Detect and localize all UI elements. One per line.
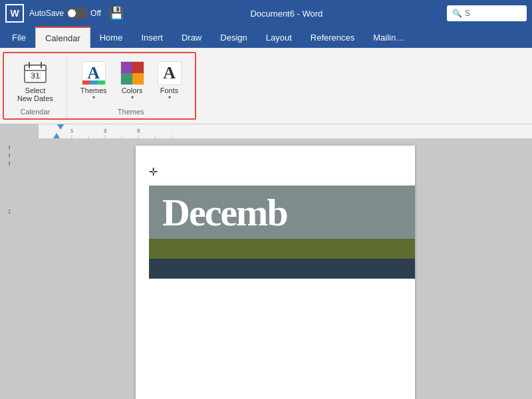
tab-draw[interactable]: Draw — [172, 27, 211, 48]
move-cursor-icon[interactable]: ✛ — [149, 166, 158, 178]
tab-file[interactable]: File — [3, 27, 35, 48]
select-new-dates-button[interactable]: 31 SelectNew Dates — [12, 59, 59, 105]
calendar-month-header: Decemb — [149, 186, 415, 239]
themes-group-label: Themes — [118, 105, 144, 116]
horizontal-ruler: 1 2 3 — [19, 124, 532, 139]
calendar-icon: 31 — [23, 61, 47, 85]
calendar-ribbon-group: 31 SelectNew Dates Calendar — [4, 53, 66, 118]
svg-rect-1 — [25, 65, 46, 70]
colors-swatch-icon — [120, 61, 144, 85]
fonts-label: Fonts — [160, 86, 179, 94]
margin-mark-2 — [9, 154, 10, 158]
tab-home[interactable]: Home — [90, 27, 132, 48]
save-icon[interactable]: 💾 — [109, 6, 124, 21]
tab-design[interactable]: Design — [211, 27, 256, 48]
calendar-dark-bar — [149, 259, 415, 279]
fonts-arrow-icon: ▾ — [168, 94, 171, 100]
calendar-content-block: Decemb — [149, 186, 415, 279]
search-icon: 🔍 — [452, 9, 462, 18]
document-page: ✛ Decemb — [136, 146, 415, 399]
calendar-green-bar — [149, 239, 415, 259]
svg-text:31: 31 — [31, 71, 40, 80]
document-area: 1 1 2 3 — [0, 124, 532, 399]
calendar-group-label: Calendar — [21, 105, 51, 116]
ruler-corner — [19, 124, 39, 138]
themes-label: Themes — [80, 86, 107, 94]
tab-calendar[interactable]: Calendar — [35, 27, 90, 48]
left-margin: 1 — [0, 124, 19, 399]
themes-group-items: A Themes ▾ Colors ▾ — [75, 56, 187, 105]
december-text: Decemb — [162, 190, 287, 235]
themes-button[interactable]: A Themes ▾ — [75, 59, 112, 103]
svg-text:3: 3 — [137, 128, 140, 134]
colors-icon — [120, 61, 144, 85]
word-logo: W — [5, 4, 24, 23]
fonts-button[interactable]: A Fonts ▾ — [152, 59, 187, 103]
themes-a-icon: A — [82, 61, 106, 85]
margin-marks: 1 — [7, 144, 11, 215]
colors-arrow-icon: ▾ — [131, 94, 134, 100]
margin-mark-3 — [9, 162, 10, 166]
tab-mailings[interactable]: Mailin… — [364, 27, 414, 48]
ruler-body: 1 2 3 — [39, 124, 532, 138]
themes-icon: A — [82, 61, 106, 85]
vertical-ruler-number: 1 — [7, 208, 11, 215]
highlighted-ribbon-section: 31 SelectNew Dates Calendar — [3, 52, 196, 120]
fonts-icon: A — [158, 61, 182, 85]
toggle-thumb — [68, 9, 76, 17]
search-box[interactable]: 🔍 S — [447, 5, 527, 21]
title-bar: W AutoSave Off 💾 Document6 - Word 🔍 S — [0, 0, 532, 27]
calendar-group-items: 31 SelectNew Dates — [12, 56, 59, 105]
autosave-area: AutoSave Off — [29, 8, 101, 19]
search-label: S — [465, 9, 470, 18]
themes-arrow-icon: ▾ — [92, 94, 95, 100]
doc-wrapper: 1 2 3 ✛ — [19, 124, 532, 399]
autosave-label: AutoSave — [29, 9, 64, 18]
tab-insert[interactable]: Insert — [132, 27, 172, 48]
themes-ribbon-group: A Themes ▾ Colors ▾ — [66, 53, 195, 118]
ruler-ticks-svg: 1 2 3 — [39, 124, 532, 139]
select-new-dates-label: SelectNew Dates — [17, 86, 53, 102]
tab-layout[interactable]: Layout — [257, 27, 301, 48]
svg-text:1: 1 — [70, 128, 74, 134]
margin-mark-1 — [9, 146, 10, 150]
svg-text:2: 2 — [104, 128, 107, 134]
colors-button[interactable]: Colors ▾ — [115, 59, 150, 103]
colors-label: Colors — [122, 86, 143, 94]
tab-references[interactable]: References — [301, 27, 364, 48]
ribbon-tabs: File Calendar Home Insert Draw Design La… — [0, 27, 532, 48]
autosave-state: Off — [90, 9, 101, 18]
document-page-area: ✛ Decemb — [19, 139, 532, 399]
fonts-a-icon: A — [158, 61, 182, 85]
ribbon-content: 31 SelectNew Dates Calendar — [0, 48, 532, 124]
document-title: Document6 - Word — [132, 9, 442, 19]
autosave-toggle[interactable] — [66, 8, 88, 19]
